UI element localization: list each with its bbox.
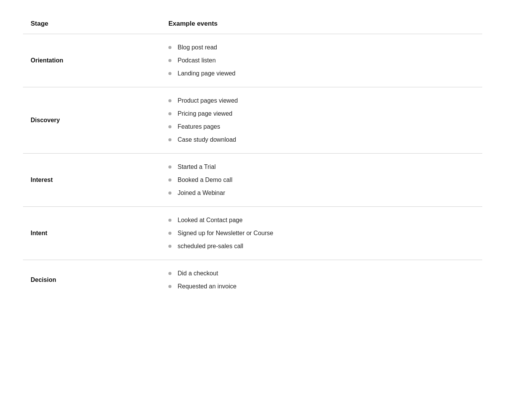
list-item: Pricing page viewed [168, 107, 475, 120]
event-label: Joined a Webinar [178, 190, 225, 196]
events-list: Started a TrialBooked a Demo callJoined … [168, 160, 475, 200]
events-cell: Blog post readPodcast listenLanding page… [161, 34, 482, 87]
list-item: Features pages [168, 120, 475, 133]
event-label: Product pages viewed [178, 97, 238, 104]
event-label: Blog post read [178, 44, 217, 51]
event-label: Signed up for Newsletter or Course [178, 230, 273, 237]
stage-cell: Decision [23, 260, 161, 300]
bullet-icon [168, 99, 171, 102]
list-item: Blog post read [168, 41, 475, 54]
bullet-icon [168, 112, 171, 115]
bullet-icon [168, 191, 171, 195]
bullet-icon [168, 138, 171, 141]
events-header: Example events [161, 15, 482, 34]
bullet-icon [168, 245, 171, 248]
list-item: Looked at Contact page [168, 214, 475, 227]
event-label: Started a Trial [178, 164, 216, 170]
event-label: Features pages [178, 123, 220, 130]
table-row: DiscoveryProduct pages viewedPricing pag… [23, 87, 482, 154]
table-row: IntentLooked at Contact pageSigned up fo… [23, 207, 482, 260]
events-list: Product pages viewedPricing page viewedF… [168, 94, 475, 146]
event-label: Booked a Demo call [178, 177, 232, 183]
table-row: DecisionDid a checkoutRequested an invoi… [23, 260, 482, 300]
bullet-icon [168, 272, 171, 275]
bullet-icon [168, 232, 171, 235]
list-item: Podcast listen [168, 54, 475, 67]
stage-header: Stage [23, 15, 161, 34]
list-item: Joined a Webinar [168, 187, 475, 200]
list-item: Did a checkout [168, 267, 475, 280]
list-item: Case study download [168, 133, 475, 146]
list-item: Landing page viewed [168, 67, 475, 80]
events-cell: Started a TrialBooked a Demo callJoined … [161, 154, 482, 207]
events-list: Looked at Contact pageSigned up for News… [168, 214, 475, 253]
bullet-icon [168, 46, 171, 49]
list-item: Signed up for Newsletter or Course [168, 227, 475, 240]
events-cell: Did a checkoutRequested an invoice [161, 260, 482, 300]
events-list: Blog post readPodcast listenLanding page… [168, 41, 475, 80]
event-label: Podcast listen [178, 57, 216, 64]
events-cell: Product pages viewedPricing page viewedF… [161, 87, 482, 154]
bullet-icon [168, 165, 171, 169]
list-item: Started a Trial [168, 160, 475, 173]
list-item: Booked a Demo call [168, 173, 475, 187]
bullet-icon [168, 59, 171, 62]
bullet-icon [168, 125, 171, 128]
event-label: Landing page viewed [178, 70, 235, 77]
table-row: InterestStarted a TrialBooked a Demo cal… [23, 154, 482, 207]
stages-table: Stage Example events OrientationBlog pos… [23, 15, 482, 300]
event-label: Pricing page viewed [178, 110, 232, 117]
list-item: Requested an invoice [168, 280, 475, 293]
event-label: scheduled pre-sales call [178, 243, 243, 250]
events-cell: Looked at Contact pageSigned up for News… [161, 207, 482, 260]
list-item: Product pages viewed [168, 94, 475, 107]
stage-cell: Orientation [23, 34, 161, 87]
stage-cell: Intent [23, 207, 161, 260]
event-label: Did a checkout [178, 270, 218, 277]
stage-cell: Interest [23, 154, 161, 207]
list-item: scheduled pre-sales call [168, 240, 475, 253]
table-row: OrientationBlog post readPodcast listenL… [23, 34, 482, 87]
stage-cell: Discovery [23, 87, 161, 154]
event-label: Looked at Contact page [178, 217, 243, 224]
bullet-icon [168, 285, 171, 288]
event-label: Case study download [178, 136, 236, 143]
event-label: Requested an invoice [178, 283, 237, 290]
bullet-icon [168, 72, 171, 75]
bullet-icon [168, 178, 171, 182]
events-list: Did a checkoutRequested an invoice [168, 267, 475, 293]
bullet-icon [168, 219, 171, 222]
